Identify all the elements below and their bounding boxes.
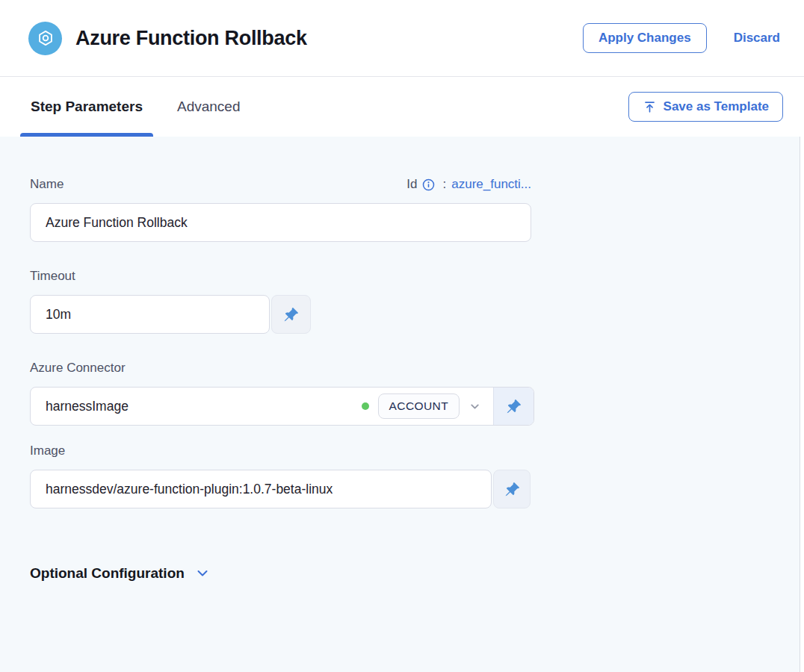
optional-configuration-toggle[interactable]: Optional Configuration bbox=[30, 565, 210, 582]
discard-button[interactable]: Discard bbox=[734, 31, 780, 46]
azure-connector-value[interactable]: harnessImage bbox=[31, 388, 362, 425]
upload-icon bbox=[643, 100, 657, 114]
pin-icon bbox=[283, 307, 299, 323]
apply-changes-button[interactable]: Apply Changes bbox=[583, 23, 707, 53]
chevron-down-icon bbox=[195, 566, 210, 581]
timeout-fixed-value-pin-button[interactable] bbox=[271, 295, 311, 334]
name-field: Name Id : azure_functi... bbox=[30, 175, 804, 242]
timeout-input[interactable] bbox=[30, 295, 270, 334]
image-fixed-value-pin-button[interactable] bbox=[493, 470, 531, 508]
tab-advanced-label: Advanced bbox=[177, 99, 241, 115]
image-label: Image bbox=[30, 442, 804, 460]
step-id-link[interactable]: azure_functi... bbox=[451, 177, 531, 192]
chevron-down-icon[interactable] bbox=[469, 400, 481, 413]
step-id-group: Id : azure_functi... bbox=[406, 177, 531, 192]
tab-bar: Step Parameters Advanced Save as Templat… bbox=[0, 77, 804, 137]
panel-header: Azure Function Rollback Apply Changes Di… bbox=[0, 0, 804, 77]
connector-status-dot bbox=[362, 402, 369, 410]
scrollbar-track[interactable] bbox=[800, 137, 804, 672]
name-label: Name bbox=[30, 175, 64, 193]
tab-advanced[interactable]: Advanced bbox=[167, 77, 251, 137]
id-separator: : bbox=[442, 177, 446, 192]
pin-icon bbox=[506, 399, 522, 414]
azure-connector-label: Azure Connector bbox=[30, 359, 804, 377]
name-input[interactable] bbox=[30, 203, 531, 242]
optional-configuration-label: Optional Configuration bbox=[30, 565, 185, 582]
azure-connector-fixed-value-pin-button[interactable] bbox=[493, 388, 534, 425]
tab-step-parameters[interactable]: Step Parameters bbox=[20, 77, 153, 137]
page-title: Azure Function Rollback bbox=[75, 27, 583, 50]
id-label: Id bbox=[406, 177, 417, 192]
save-as-template-label: Save as Template bbox=[664, 99, 769, 114]
save-as-template-button[interactable]: Save as Template bbox=[628, 92, 783, 122]
info-icon[interactable] bbox=[422, 178, 435, 191]
azure-connector-select[interactable]: harnessImage ACCOUNT bbox=[30, 387, 534, 426]
connector-scope-badge[interactable]: ACCOUNT bbox=[378, 393, 460, 419]
step-type-icon-circle bbox=[28, 22, 62, 55]
azure-connector-field: Azure Connector harnessImage ACCOUNT bbox=[30, 359, 804, 426]
timeout-label: Timeout bbox=[30, 267, 804, 285]
image-input[interactable] bbox=[31, 470, 491, 508]
pin-icon bbox=[504, 482, 520, 497]
timeout-field: Timeout bbox=[30, 267, 804, 334]
hexagon-nut-icon bbox=[36, 28, 55, 48]
tab-step-parameters-label: Step Parameters bbox=[31, 99, 143, 115]
step-parameters-panel: Name Id : azure_functi... Timeout bbox=[0, 137, 804, 672]
image-field: Image bbox=[30, 442, 804, 508]
